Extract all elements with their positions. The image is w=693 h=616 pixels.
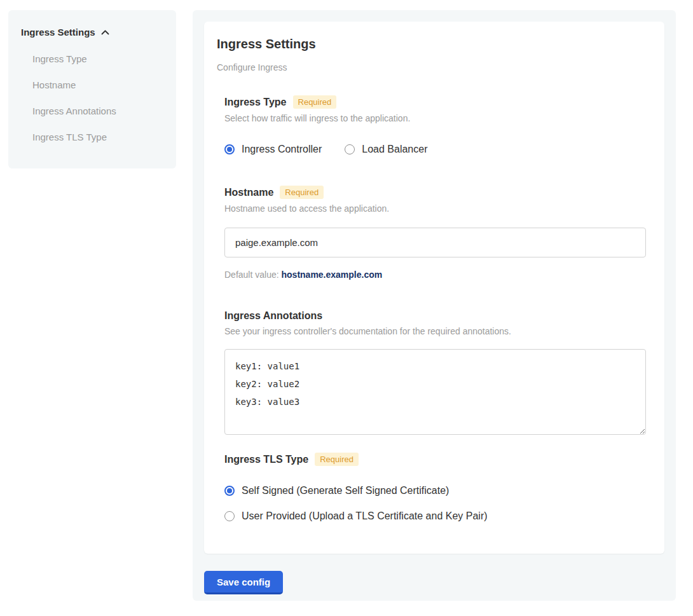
section-title-row: Ingress Annotations: [224, 310, 652, 322]
default-value-text: hostname.example.com: [282, 270, 383, 280]
section-title-hostname: Hostname: [224, 187, 273, 198]
radio-button-icon: [224, 511, 235, 521]
hostname-input[interactable]: [224, 228, 646, 257]
radio-button-icon: [224, 486, 235, 496]
config-card: Ingress Settings Configure Ingress Ingre…: [204, 22, 664, 554]
radio-button-icon: [345, 144, 355, 154]
sidebar-item-ingress-annotations[interactable]: Ingress Annotations: [32, 106, 163, 116]
required-badge: Required: [315, 453, 359, 466]
section-title-ingress-annotations: Ingress Annotations: [224, 310, 322, 322]
sidebar-group-label: Ingress Settings: [21, 27, 95, 38]
default-value-label: Default value:: [224, 270, 279, 280]
section-title-row: Ingress Type Required: [224, 95, 652, 109]
config-panel: Ingress Settings Configure Ingress Ingre…: [193, 10, 676, 601]
section-ingress-tls-type: Ingress TLS Type Required Self Signed (G…: [224, 453, 652, 522]
section-ingress-annotations: Ingress Annotations See your ingress con…: [224, 310, 652, 435]
ingress-tls-radio-group: Self Signed (Generate Self Signed Certif…: [224, 485, 652, 522]
required-badge: Required: [293, 95, 337, 109]
sidebar-item-hostname[interactable]: Hostname: [32, 79, 163, 90]
radio-option-label: Load Balancer: [362, 144, 427, 155]
radio-option-user-provided[interactable]: User Provided (Upload a TLS Certificate …: [224, 510, 652, 522]
sidebar-group-ingress-settings[interactable]: Ingress Settings: [21, 27, 163, 38]
radio-button-icon: [224, 144, 235, 154]
radio-option-label: Ingress Controller: [242, 144, 322, 155]
sidebar-item-list: Ingress Type Hostname Ingress Annotation…: [21, 53, 163, 142]
section-title-row: Hostname Required: [224, 186, 652, 199]
card-subtitle: Configure Ingress: [217, 62, 652, 72]
ingress-type-radio-group: Ingress Controller Load Balancer: [224, 144, 652, 155]
radio-option-self-signed[interactable]: Self Signed (Generate Self Signed Certif…: [224, 485, 652, 496]
section-help-text: See your ingress controller's documentat…: [224, 326, 652, 336]
section-title-ingress-type: Ingress Type: [224, 97, 287, 108]
sidebar-item-ingress-tls-type[interactable]: Ingress TLS Type: [32, 132, 163, 142]
hostname-default-line: Default value: hostname.example.com: [224, 270, 652, 280]
chevron-up-icon: [101, 30, 109, 35]
section-help-text: Hostname used to access the application.: [224, 203, 652, 214]
sidebar-item-ingress-type[interactable]: Ingress Type: [32, 53, 163, 64]
section-title-row: Ingress TLS Type Required: [224, 453, 652, 466]
save-config-button[interactable]: Save config: [204, 571, 283, 594]
radio-option-load-balancer[interactable]: Load Balancer: [345, 144, 427, 155]
radio-option-label: User Provided (Upload a TLS Certificate …: [242, 510, 488, 522]
section-title-ingress-tls-type: Ingress TLS Type: [224, 454, 308, 465]
ingress-annotations-textarea[interactable]: key1: value1 key2: value2 key3: value3: [224, 349, 646, 435]
card-title: Ingress Settings: [217, 37, 652, 51]
radio-option-label: Self Signed (Generate Self Signed Certif…: [242, 485, 449, 496]
section-hostname: Hostname Required Hostname used to acces…: [224, 186, 652, 280]
required-badge: Required: [280, 186, 324, 199]
config-nav-sidebar: Ingress Settings Ingress Type Hostname I…: [8, 10, 176, 168]
section-ingress-type: Ingress Type Required Select how traffic…: [224, 95, 652, 155]
section-help-text: Select how traffic will ingress to the a…: [224, 113, 652, 123]
radio-option-ingress-controller[interactable]: Ingress Controller: [224, 144, 322, 155]
